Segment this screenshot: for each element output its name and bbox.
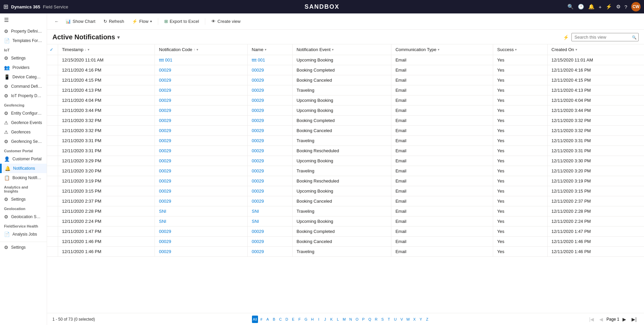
name-link-8[interactable]: 00029 [252,138,264,143]
alpha-btn-e[interactable]: E [290,316,296,323]
alpha-btn-j[interactable]: J [322,316,328,323]
alpha-btn-d[interactable]: D [284,316,290,323]
sidebar-item-geofences[interactable]: ⚠ Geofences [0,127,47,137]
sidebar-item-geofencing-sett[interactable]: ⚙ Geofencing Settin... [0,137,47,146]
row-code-12[interactable]: 00029 [155,176,248,186]
row-name-17[interactable]: 00029 [248,227,292,237]
row-name-2[interactable]: 00029 [248,75,292,85]
apps-icon[interactable]: ⊞ [3,3,8,10]
refresh-button[interactable]: ↻ Refresh [100,17,128,26]
row-name-1[interactable]: 00029 [248,65,292,75]
row-name-7[interactable]: 00029 [248,126,292,136]
name-link-19[interactable]: 00029 [252,249,264,254]
code-link-12[interactable]: 00029 [159,178,171,184]
row-code-5[interactable]: 00029 [155,106,248,116]
code-link-16[interactable]: SNI [159,219,166,224]
col-dropdown-icon[interactable]: ▾ [197,48,198,51]
add-icon[interactable]: + [599,4,602,10]
row-code-15[interactable]: SNI [155,206,248,216]
row-code-11[interactable]: 00029 [155,166,248,176]
sidebar-item-iot-property-def[interactable]: ⚙ IoT Property Defi... [0,91,47,100]
row-name-11[interactable]: 00029 [248,166,292,176]
code-link-10[interactable]: 00029 [159,158,171,163]
name-link-2[interactable]: 00029 [252,78,264,83]
avatar[interactable]: CW [631,2,641,11]
row-code-10[interactable]: 00029 [155,156,248,166]
notifications-icon[interactable]: 🔔 [588,4,595,10]
row-checkbox-10[interactable] [47,156,58,166]
col-notification-event[interactable]: Notification Event ▾ [292,44,391,55]
name-link-9[interactable]: 00029 [252,148,264,153]
code-link-8[interactable]: 00029 [159,138,171,143]
row-checkbox-0[interactable] [47,55,58,65]
sidebar-item-providers[interactable]: 👥 Providers [0,63,47,72]
name-link-1[interactable]: 00029 [252,68,264,73]
row-checkbox-7[interactable] [47,126,58,136]
help-icon[interactable]: ? [625,4,627,10]
code-link-7[interactable]: 00029 [159,128,171,133]
name-link-11[interactable]: 00029 [252,168,264,173]
row-code-4[interactable]: 00029 [155,95,248,106]
sidebar-item-templates-pro[interactable]: 📄 Templates For Pro... [0,36,47,45]
name-link-18[interactable]: 00029 [252,239,264,244]
name-link-16[interactable]: SNI [252,219,259,224]
hamburger-menu[interactable]: ☰ [0,13,47,27]
code-link-9[interactable]: 00029 [159,148,171,153]
show-chart-button[interactable]: 📊 Show Chart [62,17,99,26]
prev-page-button[interactable]: ◀ [597,316,605,323]
row-code-19[interactable]: 00029 [155,247,248,257]
row-checkbox-6[interactable] [47,116,58,126]
search-input[interactable] [571,33,639,41]
filter-icon[interactable]: ⚡ [606,4,612,10]
alpha-btn-c[interactable]: C [277,316,284,323]
col-timestamp[interactable]: Timestamp ↓ ▾ [58,44,155,55]
alpha-btn-t[interactable]: T [386,316,392,323]
name-link-4[interactable]: 00029 [252,98,264,103]
sidebar-item-device-categories[interactable]: 📱 Device Categories [0,72,47,82]
code-link-0[interactable]: tttt 001 [159,57,172,63]
row-name-19[interactable]: 00029 [248,247,292,257]
row-code-1[interactable]: 00029 [155,65,248,75]
code-link-18[interactable]: 00029 [159,239,171,244]
row-checkbox-2[interactable] [47,75,58,85]
row-checkbox-15[interactable] [47,206,58,216]
alpha-btn-n[interactable]: N [348,316,354,323]
row-code-13[interactable]: 00029 [155,186,248,196]
code-link-4[interactable]: 00029 [159,98,171,103]
alpha-btn-v[interactable]: V [399,316,405,323]
alpha-btn-f[interactable]: F [297,316,303,323]
row-code-6[interactable]: 00029 [155,116,248,126]
row-code-18[interactable]: 00029 [155,237,248,247]
alpha-btn-m[interactable]: M [341,316,347,323]
col-communication-type[interactable]: Communication Type ▾ [391,44,493,55]
row-checkbox-1[interactable] [47,65,58,75]
alpha-btn-s[interactable]: S [380,316,386,323]
search-icon[interactable]: 🔍 [567,4,574,10]
row-checkbox-8[interactable] [47,136,58,146]
row-checkbox-17[interactable] [47,227,58,237]
sidebar-item-settings-iot[interactable]: ⚙ Settings [0,53,47,63]
alpha-btn-l[interactable]: L [335,316,341,323]
name-link-13[interactable]: 00029 [252,189,264,194]
col-dropdown-icon[interactable]: ▾ [438,48,439,51]
row-name-12[interactable]: 00029 [248,176,292,186]
name-link-15[interactable]: SNI [252,209,259,214]
col-dropdown-icon[interactable]: ▾ [265,48,266,51]
alpha-btn-all[interactable]: All [252,316,258,323]
row-code-3[interactable]: 00029 [155,85,248,95]
row-checkbox-14[interactable] [47,196,58,206]
row-checkbox-4[interactable] [47,95,58,106]
code-link-6[interactable]: 00029 [159,118,171,123]
flow-button[interactable]: ⚡ Flow ▾ [129,17,155,26]
row-code-0[interactable]: tttt 001 [155,55,248,65]
code-link-3[interactable]: 00029 [159,88,171,93]
sidebar-item-settings-bottom[interactable]: ⚙ Settings [0,242,47,252]
alpha-btn-g[interactable]: G [303,316,309,323]
col-dropdown-icon[interactable]: ▾ [575,48,577,51]
row-code-2[interactable]: 00029 [155,75,248,85]
last-page-button[interactable]: ▶| [630,316,639,323]
row-name-13[interactable]: 00029 [248,186,292,196]
col-dropdown-icon[interactable]: ▾ [332,48,334,51]
row-checkbox-16[interactable] [47,216,58,227]
alpha-btn-x[interactable]: X [412,316,418,323]
